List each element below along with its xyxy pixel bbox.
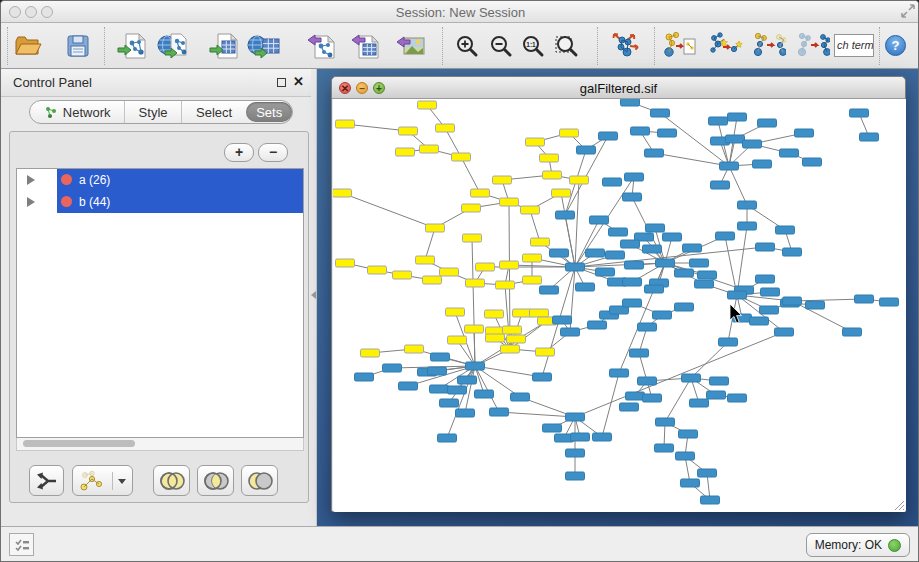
import-network-from-file-button[interactable] xyxy=(115,29,149,63)
memory-status-label: Memory: OK xyxy=(815,538,882,552)
hide-selected-button[interactable] xyxy=(752,29,786,63)
split-arrows-icon xyxy=(35,470,59,492)
sets-panel: + − a (26) b (44) xyxy=(9,131,309,503)
add-set-button[interactable]: + xyxy=(224,143,254,162)
set-color-dot-icon xyxy=(61,196,72,207)
separator xyxy=(879,27,880,65)
network-window-title: galFiltered.sif xyxy=(332,81,905,96)
new-network-from-selection-icon xyxy=(662,31,696,61)
import-network-file-icon xyxy=(117,32,147,60)
apply-layout-button[interactable] xyxy=(609,29,643,63)
intersection-sets-button[interactable] xyxy=(197,465,234,496)
window-title: Session: New Session xyxy=(1,5,919,20)
zoom-1-1-button[interactable]: 1:1 xyxy=(516,29,550,63)
import-table-from-file-button[interactable] xyxy=(207,29,241,63)
scrollbar-thumb[interactable] xyxy=(23,440,135,447)
float-panel-icon[interactable] xyxy=(277,78,286,87)
application-window: Session: New Session xyxy=(0,0,919,562)
tab-style[interactable]: Style xyxy=(124,101,181,123)
network-tab-icon xyxy=(44,106,58,119)
mouse-cursor-icon xyxy=(729,303,745,325)
control-panel: Control Panel ✕ Network Style Select Set… xyxy=(1,69,317,526)
export-table-icon xyxy=(350,32,380,60)
tab-select-label: Select xyxy=(196,105,232,120)
titlebar: Session: New Session xyxy=(1,1,919,23)
import-network-web-icon xyxy=(157,32,191,60)
network-desktop: ✕ – + galFiltered.sif xyxy=(317,69,919,526)
svg-text:1:1: 1:1 xyxy=(526,41,536,48)
save-session-button[interactable] xyxy=(61,29,95,63)
remove-set-button[interactable]: − xyxy=(258,143,288,162)
zoom-in-icon xyxy=(455,34,479,58)
venn-difference-icon xyxy=(245,470,275,492)
tab-style-label: Style xyxy=(139,105,168,120)
zoom-fit-selected-icon xyxy=(554,34,580,58)
sets-list: a (26) b (44) xyxy=(16,168,304,438)
tab-network-label: Network xyxy=(63,105,111,120)
network-window[interactable]: ✕ – + galFiltered.sif xyxy=(331,76,906,512)
fullscreen-icon[interactable] xyxy=(900,3,916,19)
network-svg xyxy=(333,99,906,512)
separator xyxy=(654,27,655,65)
tab-select[interactable]: Select xyxy=(181,101,247,123)
zoom-selected-button[interactable] xyxy=(550,29,584,63)
export-network-button[interactable] xyxy=(304,29,338,63)
collapse-panel-handle[interactable] xyxy=(311,291,316,299)
memory-status-button[interactable]: Memory: OK xyxy=(806,533,910,557)
export-image-icon xyxy=(395,32,425,60)
open-session-button[interactable] xyxy=(11,29,45,63)
search-input[interactable]: ch term xyxy=(834,34,874,57)
tab-sets[interactable]: Sets xyxy=(246,102,292,122)
first-neighbors-button[interactable] xyxy=(709,29,743,63)
memory-ok-dot-icon xyxy=(888,539,901,552)
task-list-icon xyxy=(14,538,30,552)
venn-union-icon xyxy=(157,470,187,492)
difference-sets-button[interactable] xyxy=(241,465,278,496)
network-canvas[interactable] xyxy=(333,99,906,512)
export-network-icon xyxy=(306,32,336,60)
separator xyxy=(104,27,105,65)
new-network-from-selection-button[interactable] xyxy=(662,29,696,63)
zoom-out-icon xyxy=(489,34,513,58)
import-network-from-web-button[interactable] xyxy=(157,29,191,63)
close-panel-icon[interactable]: ✕ xyxy=(293,74,304,89)
network-window-titlebar[interactable]: ✕ – + galFiltered.sif xyxy=(332,77,905,99)
resize-grip-icon[interactable] xyxy=(893,499,905,511)
control-panel-tabbar: Network Style Select Sets xyxy=(29,100,293,124)
export-image-button[interactable] xyxy=(393,29,427,63)
separator xyxy=(597,27,598,65)
zoom-in-button[interactable] xyxy=(450,29,484,63)
create-set-from-network-button[interactable] xyxy=(72,465,133,496)
list-item-set-a[interactable]: a (26) xyxy=(17,169,303,191)
open-folder-icon xyxy=(14,34,42,58)
split-sets-button[interactable] xyxy=(29,465,64,496)
control-panel-title: Control Panel xyxy=(13,75,92,90)
tab-network[interactable]: Network xyxy=(30,101,124,123)
first-neighbors-icon xyxy=(709,31,743,61)
zoom-one-to-one-icon: 1:1 xyxy=(521,34,545,58)
task-history-button[interactable] xyxy=(9,533,34,556)
export-table-button[interactable] xyxy=(348,29,382,63)
main-toolbar: 1:1 xyxy=(1,23,919,69)
import-table-file-icon xyxy=(209,32,239,60)
separator xyxy=(442,27,443,65)
tab-sets-label: Sets xyxy=(256,105,282,120)
set-label: b (44) xyxy=(79,195,110,209)
show-all-button[interactable] xyxy=(796,29,830,63)
expand-arrow-icon[interactable] xyxy=(27,197,35,207)
status-bar: Memory: OK xyxy=(1,526,919,562)
import-table-from-web-button[interactable] xyxy=(247,29,281,63)
union-sets-button[interactable] xyxy=(153,465,190,496)
zoom-out-button[interactable] xyxy=(484,29,518,63)
separator xyxy=(7,27,8,65)
expand-arrow-icon[interactable] xyxy=(27,175,35,185)
layout-icon xyxy=(610,31,642,61)
save-floppy-icon xyxy=(66,34,90,58)
list-item-set-b[interactable]: b (44) xyxy=(17,191,303,213)
horizontal-scrollbar[interactable] xyxy=(16,438,304,451)
hide-selected-icon xyxy=(752,31,786,61)
import-table-web-icon xyxy=(247,32,281,60)
show-all-icon xyxy=(796,31,830,61)
venn-intersection-icon xyxy=(201,470,231,492)
help-button[interactable]: ? xyxy=(885,35,906,56)
